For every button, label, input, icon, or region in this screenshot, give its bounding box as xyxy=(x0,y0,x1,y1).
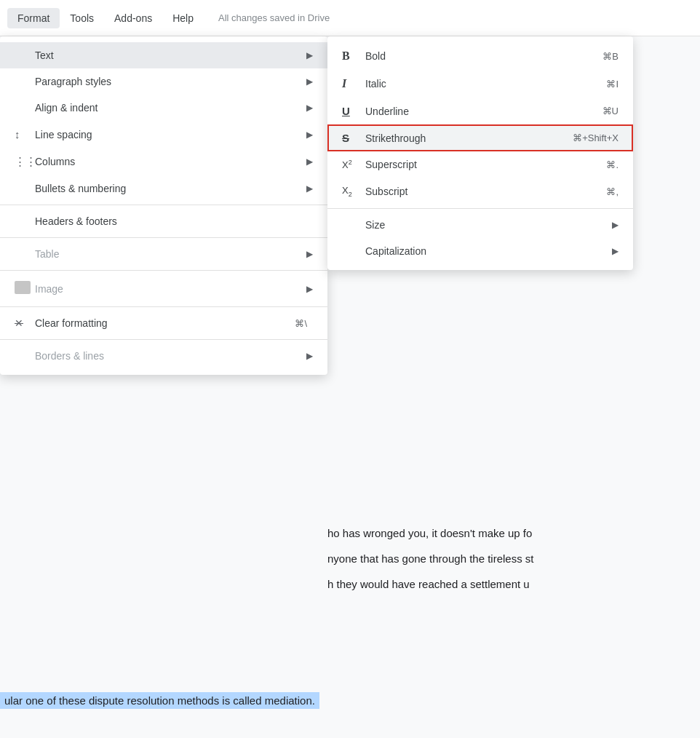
submenu-italic-label: Italic xyxy=(365,78,606,90)
doc-snippet-3: h they would have reached a settlement u xyxy=(327,575,530,594)
save-status: All changes saved in Drive xyxy=(218,12,330,23)
submenu-bold-label: Bold xyxy=(365,50,602,62)
capitalization-arrow-icon: ▶ xyxy=(612,246,619,256)
align-arrow-icon: ▶ xyxy=(306,103,313,113)
columns-arrow-icon: ▶ xyxy=(306,156,313,167)
format-menu-paragraph-styles[interactable]: Paragraph styles ▶ xyxy=(0,68,327,95)
bullets-arrow-icon: ▶ xyxy=(306,183,313,194)
table-arrow-icon: ▶ xyxy=(306,249,313,259)
format-menu-image: Image ▶ xyxy=(0,274,327,303)
submenu-size[interactable]: Size ▶ xyxy=(327,212,633,238)
italic-icon: I xyxy=(342,77,365,90)
submenu-bold[interactable]: B Bold ⌘B xyxy=(327,42,633,70)
format-menu-line-spacing-label: Line spacing xyxy=(35,129,306,140)
format-menu-text-label: Text xyxy=(35,49,306,61)
image-arrow-icon: ▶ xyxy=(306,284,313,294)
doc-snippet-1: ho has wronged you, it doesn't make up f… xyxy=(327,524,532,543)
submenu-size-label: Size xyxy=(365,219,612,231)
format-menu-headers-label: Headers & footers xyxy=(35,215,313,227)
format-menu-borders-label: Borders & lines xyxy=(35,350,306,362)
text-arrow-icon: ▶ xyxy=(306,50,313,60)
text-submenu: B Bold ⌘B I Italic ⌘I U Underline ⌘U S S… xyxy=(327,36,633,270)
divider-3 xyxy=(0,270,327,271)
format-menu-borders: Borders & lines ▶ xyxy=(0,343,327,369)
format-menu: Text ▶ Paragraph styles ▶ Align & indent… xyxy=(0,36,327,375)
format-menu-text[interactable]: Text ▶ xyxy=(0,42,327,68)
underline-icon: U xyxy=(342,105,365,117)
format-menu-clear-label: Clear formatting xyxy=(35,317,295,329)
submenu-superscript-label: Superscript xyxy=(365,159,606,170)
strikethrough-icon: S xyxy=(342,132,365,144)
doc-snippet-2: nyone that has gone through the tireless… xyxy=(327,549,534,568)
format-menu-headers[interactable]: Headers & footers xyxy=(0,208,327,234)
submenu-underline[interactable]: U Underline ⌘U xyxy=(327,98,633,124)
divider-2 xyxy=(0,237,327,238)
submenu-superscript-shortcut: ⌘. xyxy=(606,159,619,170)
format-menu-columns-label: Columns xyxy=(35,156,306,167)
submenu-capitalization[interactable]: Capitalization ▶ xyxy=(327,238,633,264)
menu-help[interactable]: Help xyxy=(162,8,204,28)
selected-text: ular one of these dispute resolution met… xyxy=(0,692,319,709)
submenu-strikethrough-shortcut: ⌘+Shift+X xyxy=(573,132,619,143)
format-menu-align-label: Align & indent xyxy=(35,102,306,114)
submenu-strikethrough-label: Strikethrough xyxy=(365,132,573,144)
size-arrow-icon: ▶ xyxy=(612,220,619,230)
bold-icon: B xyxy=(342,49,365,63)
format-menu-clear[interactable]: ✕ Clear formatting ⌘\ xyxy=(0,310,327,336)
format-menu-bullets-label: Bullets & numbering xyxy=(35,183,306,194)
columns-icon: ⋮⋮ xyxy=(15,155,35,168)
submenu-bold-shortcut: ⌘B xyxy=(602,51,619,62)
format-menu-image-label: Image xyxy=(35,283,306,295)
format-menu-table: Table ▶ xyxy=(0,241,327,267)
borders-arrow-icon: ▶ xyxy=(306,351,313,361)
divider-5 xyxy=(0,339,327,340)
menu-tools[interactable]: Tools xyxy=(60,8,104,28)
paragraph-arrow-icon: ▶ xyxy=(306,76,313,87)
format-menu-table-label: Table xyxy=(35,248,306,260)
divider-1 xyxy=(0,205,327,205)
format-menu-align[interactable]: Align & indent ▶ xyxy=(0,95,327,121)
line-spacing-icon: ↕ xyxy=(15,128,35,140)
subscript-icon: X2 xyxy=(342,185,365,198)
menubar: Format Tools Add-ons Help All changes sa… xyxy=(0,0,700,36)
submenu-subscript[interactable]: X2 Subscript ⌘, xyxy=(327,178,633,205)
submenu-superscript[interactable]: X2 Superscript ⌘. xyxy=(327,151,633,178)
submenu-italic-shortcut: ⌘I xyxy=(606,79,619,90)
submenu-underline-shortcut: ⌘U xyxy=(602,106,619,116)
format-menu-paragraph-label: Paragraph styles xyxy=(35,76,306,87)
submenu-underline-label: Underline xyxy=(365,106,602,117)
submenu-italic[interactable]: I Italic ⌘I xyxy=(327,70,633,98)
format-menu-bullets[interactable]: Bullets & numbering ▶ xyxy=(0,175,327,202)
image-icon xyxy=(15,281,35,296)
submenu-subscript-label: Subscript xyxy=(365,186,606,197)
text-submenu-divider xyxy=(327,208,633,209)
format-menu-columns[interactable]: ⋮⋮ Columns ▶ xyxy=(0,148,327,175)
submenu-subscript-shortcut: ⌘, xyxy=(606,186,619,197)
divider-4 xyxy=(0,306,327,307)
clear-format-shortcut: ⌘\ xyxy=(295,318,307,329)
superscript-icon: X2 xyxy=(342,159,365,170)
submenu-strikethrough[interactable]: S Strikethrough ⌘+Shift+X xyxy=(327,124,633,151)
clear-format-icon: ✕ xyxy=(15,317,35,329)
menu-addons[interactable]: Add-ons xyxy=(104,8,162,28)
menu-format[interactable]: Format xyxy=(7,8,60,28)
format-menu-line-spacing[interactable]: ↕ Line spacing ▶ xyxy=(0,121,327,148)
submenu-capitalization-label: Capitalization xyxy=(365,245,612,257)
line-spacing-arrow-icon: ▶ xyxy=(306,130,313,140)
